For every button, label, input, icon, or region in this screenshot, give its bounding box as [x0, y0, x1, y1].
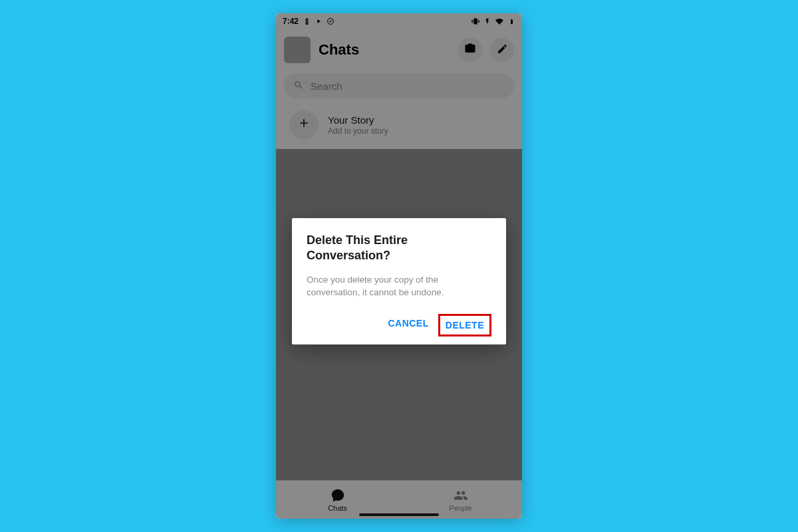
cancel-button[interactable]: CANCEL: [382, 314, 434, 336]
delete-conversation-dialog: Delete This Entire Conversation? Once yo…: [292, 218, 506, 344]
phone-frame: 7:42: [276, 13, 522, 519]
delete-button[interactable]: DELETE: [438, 314, 491, 336]
dialog-title: Delete This Entire Conversation?: [307, 233, 491, 264]
dialog-body: Once you delete your copy of the convers…: [307, 273, 491, 299]
dialog-actions: CANCEL DELETE: [307, 314, 491, 336]
